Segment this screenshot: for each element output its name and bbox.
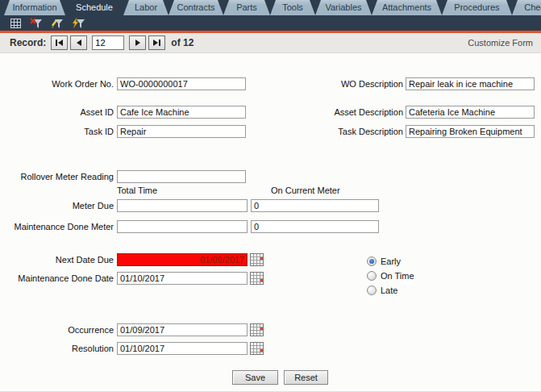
- next-record-button[interactable]: [129, 35, 146, 50]
- radio-on-time-icon: [367, 271, 377, 281]
- first-record-button[interactable]: [51, 35, 68, 50]
- meter-due-label: Meter Due: [0, 201, 114, 211]
- tab-contracts[interactable]: Contracts: [169, 0, 223, 15]
- save-button[interactable]: Save: [232, 370, 278, 385]
- record-label: Record:: [10, 37, 46, 48]
- first-record-icon: [56, 40, 57, 46]
- maintenance-done-date-label: Maintenance Done Date: [0, 273, 114, 283]
- radio-on-time-label: On Time: [381, 271, 414, 281]
- work-order-no-label: Work Order No.: [0, 79, 114, 89]
- rollover-meter-reading-input[interactable]: [117, 170, 246, 183]
- tab-tools[interactable]: Tools: [270, 0, 315, 15]
- work-order-no-input[interactable]: [117, 77, 246, 90]
- last-record-icon: [153, 40, 158, 46]
- tab-checklist[interactable]: Checklist: [512, 0, 541, 15]
- record-navigator: Record: of 12 Customize Form: [0, 33, 541, 53]
- next-record-icon: [135, 40, 140, 46]
- occurrence-input[interactable]: [117, 323, 248, 336]
- asset-id-input[interactable]: [117, 106, 246, 119]
- customize-form-link[interactable]: Customize Form: [468, 38, 533, 48]
- record-number-input[interactable]: [92, 35, 124, 50]
- resolution-label: Resolution: [0, 344, 114, 353]
- last-record-button[interactable]: [148, 35, 165, 50]
- filter-toolbar: [0, 15, 541, 31]
- wo-description-input[interactable]: [406, 77, 535, 90]
- tab-variables[interactable]: Variables: [315, 0, 372, 15]
- task-id-label: Task ID: [0, 127, 114, 136]
- auto-filter-icon[interactable]: [71, 17, 85, 29]
- radio-early-label: Early: [381, 256, 401, 266]
- resolution-calendar-icon[interactable]: [250, 342, 264, 355]
- next-date-due-input[interactable]: [117, 253, 248, 266]
- task-description-label: Task Description: [290, 127, 403, 136]
- clear-filter-icon[interactable]: [29, 17, 44, 29]
- rollover-meter-reading-label: Rollover Meter Reading: [0, 172, 114, 181]
- radio-on-time[interactable]: On Time: [367, 271, 414, 281]
- maintenance-done-date-input[interactable]: [117, 272, 248, 285]
- next-date-due-label: Next Date Due: [0, 255, 114, 265]
- tab-labor[interactable]: Labor: [123, 0, 169, 15]
- occurrence-label: Occurrence: [0, 325, 114, 335]
- radio-late-icon: [367, 286, 377, 295]
- meter-due-on-current-meter-input[interactable]: [251, 199, 379, 212]
- grid-view-icon[interactable]: [8, 17, 23, 29]
- tab-information[interactable]: Information: [4, 0, 65, 15]
- on-current-meter-column-header: On Current Meter: [271, 186, 340, 195]
- record-count-label: of 12: [171, 37, 194, 48]
- reset-button[interactable]: Reset: [284, 370, 328, 385]
- edit-filter-icon[interactable]: [50, 17, 65, 29]
- tab-schedule[interactable]: Schedule: [65, 0, 123, 15]
- radio-early-icon: [367, 256, 377, 266]
- radio-late[interactable]: Late: [367, 286, 397, 295]
- wo-description-label: WO Description: [290, 79, 403, 89]
- asset-description-input[interactable]: [406, 106, 535, 119]
- tab-attachments[interactable]: Attachments: [372, 0, 442, 15]
- maintenance-done-date-calendar-icon[interactable]: [250, 272, 264, 285]
- resolution-input[interactable]: [117, 342, 248, 355]
- asset-id-label: Asset ID: [0, 107, 114, 117]
- radio-early[interactable]: Early: [367, 256, 401, 266]
- previous-record-button[interactable]: [70, 35, 87, 50]
- previous-record-icon: [77, 40, 81, 46]
- tab-procedures[interactable]: Procedures: [442, 0, 512, 15]
- tab-parts[interactable]: Parts: [223, 0, 270, 15]
- asset-description-label: Asset Description: [290, 107, 403, 117]
- next-date-due-calendar-icon[interactable]: [250, 253, 264, 266]
- maintenance-done-meter-label: Maintenance Done Meter: [0, 222, 114, 231]
- total-time-column-header: Total Time: [117, 186, 157, 195]
- task-id-input[interactable]: [117, 125, 246, 138]
- maintenance-done-meter-on-current-meter-input[interactable]: [251, 220, 379, 233]
- occurrence-calendar-icon[interactable]: [250, 323, 264, 336]
- radio-late-label: Late: [381, 286, 397, 295]
- maintenance-done-meter-total-time-input[interactable]: [117, 220, 248, 233]
- tab-strip: Information Schedule Labor Contracts Par…: [0, 0, 541, 15]
- work-order-app: Information Schedule Labor Contracts Par…: [0, 0, 541, 392]
- meter-due-total-time-input[interactable]: [117, 199, 248, 212]
- task-description-input[interactable]: [406, 125, 535, 138]
